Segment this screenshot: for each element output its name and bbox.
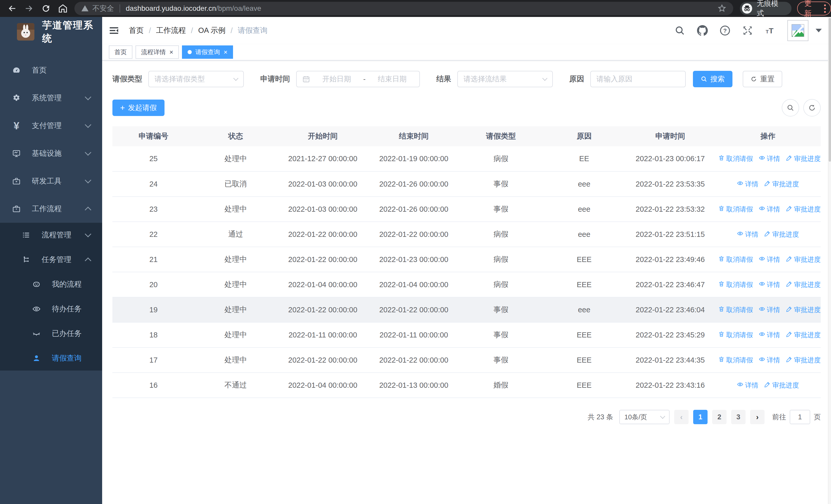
tab-leave-query[interactable]: 请假查询× xyxy=(182,46,233,59)
detail-action-link[interactable]: 详情 xyxy=(758,280,780,289)
browser-home-icon[interactable] xyxy=(58,4,68,13)
progress-action-link[interactable]: 审批进度 xyxy=(786,255,821,264)
reset-button[interactable]: 重置 xyxy=(743,71,782,87)
detail-action-link[interactable]: 详情 xyxy=(758,305,780,314)
avatar-dropdown-caret[interactable] xyxy=(815,29,822,32)
sidebar-item-infrastructure[interactable]: 基础设施 xyxy=(0,140,102,167)
browser-forward-icon[interactable] xyxy=(24,4,34,13)
goto-page-input[interactable] xyxy=(790,410,810,424)
detail-action-link[interactable]: 详情 xyxy=(758,356,780,365)
progress-action-link[interactable]: 审批进度 xyxy=(764,381,799,390)
detail-action-link[interactable]: 详情 xyxy=(758,330,780,339)
cell-leave-type: 病假 xyxy=(459,146,543,171)
cancel-action-link[interactable]: 取消请假 xyxy=(718,255,753,264)
pagination-next-button[interactable]: › xyxy=(750,410,765,424)
progress-action-link[interactable]: 审批进度 xyxy=(764,230,799,239)
cancel-action-link[interactable]: 取消请假 xyxy=(718,280,753,289)
font-size-icon[interactable]: TT xyxy=(765,25,776,36)
page-size-select[interactable]: 10条/页 xyxy=(619,410,669,424)
cancel-action-link[interactable]: 取消请假 xyxy=(718,205,753,214)
pagination-prev-button[interactable]: ‹ xyxy=(674,410,689,424)
sidebar-item-workflow[interactable]: 工作流程 xyxy=(0,195,102,223)
search-button[interactable]: 搜索 xyxy=(693,71,733,87)
page-scrollbar[interactable] xyxy=(828,17,831,504)
sidebar-item-todo-tasks[interactable]: 待办任务 xyxy=(0,297,102,321)
cell-start-time: 2021-12-27 00:00:00 xyxy=(277,146,369,171)
breadcrumb-item-home[interactable]: 首页 xyxy=(129,25,144,36)
progress-action-link[interactable]: 审批进度 xyxy=(786,280,821,289)
pagination-page-2[interactable]: 2 xyxy=(712,410,726,424)
progress-action-link[interactable]: 审批进度 xyxy=(786,305,821,314)
sidebar-collapse-icon[interactable] xyxy=(108,25,120,36)
cell-status: 处理中 xyxy=(195,348,277,373)
reason-input[interactable]: 请输入原因 xyxy=(590,71,686,87)
detail-action-link[interactable]: 详情 xyxy=(737,230,758,239)
cancel-action-link[interactable]: 取消请假 xyxy=(718,330,753,339)
fullscreen-icon[interactable] xyxy=(742,25,753,36)
help-icon[interactable]: ? xyxy=(720,25,730,36)
apply-time-range-input[interactable]: 开始日期 - 结束日期 xyxy=(296,71,420,87)
eye-open-icon xyxy=(31,303,42,315)
scrollbar-thumb[interactable] xyxy=(829,18,831,162)
cell-reason: eee xyxy=(543,197,625,222)
progress-action-link[interactable]: 审批进度 xyxy=(786,356,821,365)
action-label: 取消请假 xyxy=(726,356,753,365)
security-warning[interactable]: 不安全 xyxy=(81,4,114,13)
detail-action-link[interactable]: 详情 xyxy=(737,381,758,390)
pagination-page-1[interactable]: 1 xyxy=(693,410,708,424)
search-icon[interactable] xyxy=(675,25,685,36)
sidebar-item-process-management[interactable]: 流程管理 xyxy=(0,223,102,247)
tab-home[interactable]: 首页 xyxy=(109,46,133,59)
result-select[interactable]: 请选择流结果 xyxy=(457,71,553,87)
cancel-action-link[interactable]: 取消请假 xyxy=(718,154,753,163)
sidebar-item-task-management[interactable]: 任务管理 xyxy=(0,247,102,272)
detail-action-link[interactable]: 详情 xyxy=(758,154,780,163)
bookmark-star-icon[interactable] xyxy=(717,4,726,13)
detail-action-link[interactable]: 详情 xyxy=(758,255,780,264)
browser-reload-icon[interactable] xyxy=(41,4,51,13)
progress-action-link[interactable]: 审批进度 xyxy=(786,205,821,214)
cancel-action-link[interactable]: 取消请假 xyxy=(718,305,753,314)
pagination-page-3[interactable]: 3 xyxy=(731,410,746,424)
refresh-table-button[interactable] xyxy=(803,99,821,117)
cell-leave-type: 事假 xyxy=(459,322,543,348)
sidebar-item-my-processes[interactable]: 我的流程 xyxy=(0,272,102,297)
search-icon xyxy=(700,76,707,82)
progress-action-link[interactable]: 审批进度 xyxy=(786,154,821,163)
create-leave-button[interactable]: + 发起请假 xyxy=(112,99,165,116)
sidebar-item-home[interactable]: 首页 xyxy=(0,56,102,84)
tab-close-icon[interactable]: × xyxy=(169,49,173,55)
breadcrumb-item-oa-example[interactable]: OA 示例 xyxy=(198,25,225,36)
leave-type-select[interactable]: 请选择请假类型 xyxy=(148,71,244,87)
sidebar-item-payment-management[interactable]: ¥支付管理 xyxy=(0,112,102,140)
action-label: 详情 xyxy=(745,381,758,390)
sidebar-item-system-management[interactable]: 系统管理 xyxy=(0,84,102,112)
sidebar: 芋道管理系统 首页系统管理¥支付管理基础设施研发工具工作流程流程管理任务管理我的… xyxy=(0,17,102,504)
browser-menu-icon[interactable] xyxy=(824,4,826,13)
plus-icon: + xyxy=(120,104,125,112)
progress-action-link[interactable]: 审批进度 xyxy=(786,330,821,339)
tab-process-detail[interactable]: 流程详情× xyxy=(136,46,179,59)
app-logo-row[interactable]: 芋道管理系统 xyxy=(0,17,102,47)
refresh-icon xyxy=(808,104,816,112)
cell-apply-time: 2022-01-22 23:49:46 xyxy=(625,247,715,272)
end-date-placeholder: 结束日期 xyxy=(371,74,414,84)
progress-action-link[interactable]: 审批进度 xyxy=(764,180,799,188)
detail-action-link[interactable]: 详情 xyxy=(737,180,758,188)
detail-action-link[interactable]: 详情 xyxy=(758,205,780,214)
github-icon[interactable] xyxy=(697,25,708,36)
sidebar-item-done-tasks[interactable]: 已办任务 xyxy=(0,321,102,346)
user-avatar[interactable] xyxy=(787,20,808,41)
sidebar-item-leave-query[interactable]: 请假查询 xyxy=(0,346,102,370)
breadcrumb-item-workflow[interactable]: 工作流程 xyxy=(156,25,186,36)
browser-update-button[interactable]: 更新 xyxy=(797,2,831,16)
cancel-action-link[interactable]: 取消请假 xyxy=(718,356,753,365)
cell-status: 处理中 xyxy=(195,247,277,272)
toggle-search-button[interactable] xyxy=(782,99,799,117)
tab-close-icon[interactable]: × xyxy=(224,49,227,55)
address-bar[interactable]: 不安全 dashboard.yudao.iocoder.cn/bpm/oa/le… xyxy=(75,2,733,15)
sidebar-item-dev-tools[interactable]: 研发工具 xyxy=(0,167,102,195)
column-header: 申请编号 xyxy=(112,126,195,146)
sidebar-item-label: 已办任务 xyxy=(52,328,82,339)
browser-back-icon[interactable] xyxy=(7,4,17,13)
